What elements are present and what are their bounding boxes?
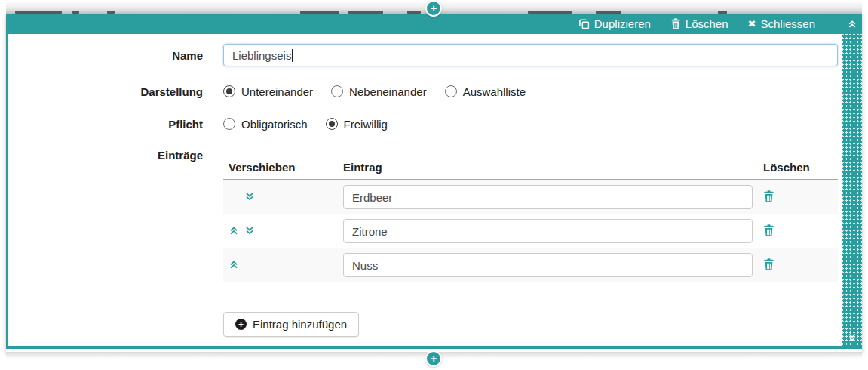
radio-nebeneinander[interactable]: Nebeneinander — [331, 85, 427, 98]
entry-row — [223, 214, 838, 248]
collapse-panel-button[interactable] — [847, 19, 857, 29]
move-up-button[interactable] — [229, 225, 239, 236]
close-label: Schliessen — [760, 18, 815, 29]
plus-icon: + — [431, 353, 437, 364]
chevron-double-down-icon — [244, 191, 255, 202]
name-label: Name — [8, 49, 223, 62]
entry-input[interactable] — [343, 219, 753, 243]
duplicate-label: Duplizieren — [594, 18, 651, 29]
element-editor-panel: Duplizieren Löschen ✖ Schliessen — [6, 14, 862, 352]
pflicht-label: Pflicht — [8, 118, 223, 131]
add-element-above-button[interactable]: + — [425, 0, 442, 17]
entry-row — [223, 248, 838, 282]
plus-circle-icon: + — [235, 319, 247, 330]
radio-label: Freiwillig — [344, 118, 388, 131]
darstellung-row: Darstellung Untereinander Nebeneinander … — [8, 82, 526, 100]
name-value: Lieblingseis — [232, 49, 291, 62]
add-element-below-button[interactable]: + — [425, 350, 442, 367]
pflicht-radio-group: Obligatorisch Freiwillig — [223, 118, 388, 131]
radio-unselected-icon — [445, 85, 457, 97]
trash-icon — [763, 224, 774, 236]
editor-form: Name Lieblingseis Darstellung Untereinan… — [6, 34, 862, 349]
delete-element-label: Löschen — [686, 18, 728, 29]
radio-unselected-icon — [223, 118, 235, 130]
name-row: Name Lieblingseis — [8, 44, 838, 66]
chevron-double-up-icon — [229, 225, 239, 236]
add-entry-button[interactable]: + Eintrag hinzufügen — [223, 312, 359, 337]
chevron-double-down-icon — [847, 332, 857, 342]
entry-row — [223, 180, 838, 214]
radio-unselected-icon — [331, 85, 343, 97]
close-icon: ✖ — [748, 19, 756, 29]
close-button[interactable]: ✖ Schliessen — [748, 18, 815, 29]
add-entry-label: Eintrag hinzufügen — [253, 318, 347, 331]
radio-selected-icon — [223, 85, 235, 97]
column-header-eintrag: Eintrag — [336, 161, 754, 174]
radio-label: Obligatorisch — [241, 118, 308, 131]
trash-icon — [670, 18, 681, 29]
page: Duplizieren Löschen ✖ Schliessen — [0, 0, 868, 370]
delete-entry-button[interactable] — [763, 258, 774, 270]
radio-auswahlliste[interactable]: Auswahlliste — [445, 85, 526, 98]
trash-icon — [763, 190, 774, 202]
text-caret — [292, 49, 293, 62]
delete-entry-button[interactable] — [763, 224, 774, 236]
move-controls — [223, 191, 336, 204]
radio-freiwillig[interactable]: Freiwillig — [326, 118, 388, 131]
entry-input[interactable] — [343, 253, 753, 277]
radio-label: Untereinander — [241, 85, 313, 98]
move-controls — [223, 259, 336, 272]
move-controls — [223, 225, 336, 238]
duplicate-button[interactable]: Duplizieren — [578, 18, 651, 29]
editor-toolbar: Duplizieren Löschen ✖ Schliessen — [6, 14, 862, 34]
entries-table: Verschieben Eintrag Löschen — [223, 161, 838, 282]
delete-entry-button[interactable] — [763, 190, 774, 202]
chevron-double-down-icon — [244, 225, 255, 236]
move-up-button[interactable] — [229, 259, 239, 270]
radio-untereinander[interactable]: Untereinander — [223, 85, 313, 98]
move-down-button[interactable] — [244, 191, 255, 202]
right-collapse-rail[interactable] — [842, 34, 862, 346]
column-header-verschieben: Verschieben — [223, 161, 336, 174]
duplicate-icon — [578, 18, 590, 29]
radio-obligatorisch[interactable]: Obligatorisch — [223, 118, 308, 131]
move-down-button[interactable] — [244, 225, 255, 236]
entries-table-header: Verschieben Eintrag Löschen — [223, 161, 838, 180]
delete-element-button[interactable]: Löschen — [670, 18, 728, 29]
radio-selected-icon — [326, 118, 338, 130]
column-header-loeschen: Löschen — [754, 161, 838, 174]
name-input[interactable]: Lieblingseis — [223, 44, 838, 66]
chevron-double-up-icon — [847, 19, 857, 29]
expand-down-button[interactable] — [847, 332, 857, 342]
pflicht-row: Pflicht Obligatorisch Freiwillig — [8, 115, 388, 133]
darstellung-label: Darstellung — [8, 85, 223, 98]
entry-input[interactable] — [343, 185, 753, 209]
radio-label: Nebeneinander — [349, 85, 427, 98]
trash-icon — [763, 258, 774, 270]
eintraege-label: Einträge — [8, 149, 223, 162]
plus-icon: + — [431, 3, 437, 14]
chevron-double-up-icon — [229, 259, 239, 270]
radio-label: Auswahlliste — [463, 85, 526, 98]
darstellung-radio-group: Untereinander Nebeneinander Auswahlliste — [223, 85, 526, 98]
